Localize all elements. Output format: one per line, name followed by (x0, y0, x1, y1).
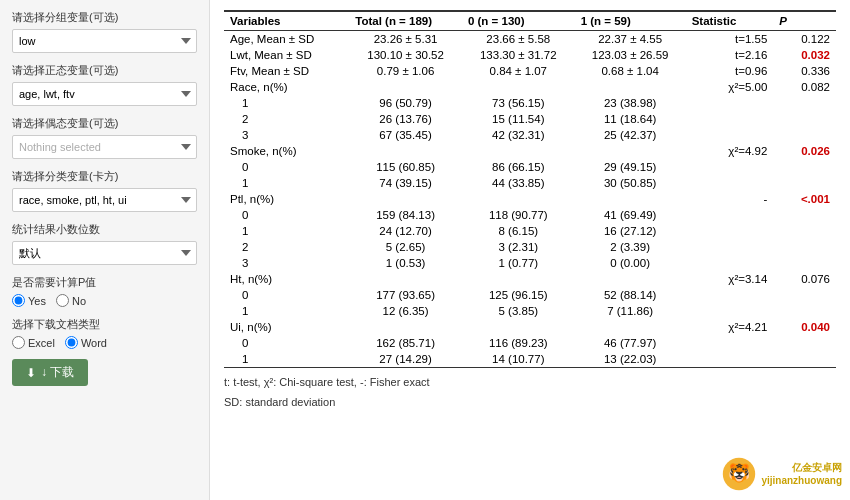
download-button[interactable]: ⬇ ↓ 下载 (12, 359, 88, 386)
table-row: Ptl, n(%)-<.001 (224, 191, 836, 207)
cell-col1: 0.68 ± 1.04 (575, 63, 686, 79)
cell-col1: 30 (50.85) (575, 175, 686, 191)
download-icon: ⬇ (26, 366, 36, 380)
cell-statistic: t=1.55 (686, 31, 774, 48)
cell-p (773, 223, 836, 239)
cell-statistic (686, 255, 774, 271)
cell-col1: 29 (49.15) (575, 159, 686, 175)
table-row: Ui, n(%)χ²=4.210.040 (224, 319, 836, 335)
word-text: Word (81, 337, 107, 349)
table-row: Ht, n(%)χ²=3.140.076 (224, 271, 836, 287)
cell-total: 130.10 ± 30.52 (349, 47, 462, 63)
cell-total: 0.79 ± 1.06 (349, 63, 462, 79)
watermark-tiger-icon: 🐯 (721, 456, 757, 492)
cell-total (349, 79, 462, 95)
nominal-var-select[interactable]: Nothing selected (12, 135, 197, 159)
cell-statistic (686, 287, 774, 303)
cell-col0: 44 (33.85) (462, 175, 575, 191)
cell-total: 96 (50.79) (349, 95, 462, 111)
decimal-select[interactable]: 默认 (12, 241, 197, 265)
pvalue-group: 是否需要计算P值 Yes No (12, 275, 197, 307)
cell-statistic: χ²=4.21 (686, 319, 774, 335)
decimal-group: 统计结果小数位数 默认 (12, 222, 197, 265)
cell-variable: 0 (224, 287, 349, 303)
nominal-var-label: 请选择偶态变量(可选) (12, 116, 197, 131)
pvalue-yes-radio[interactable] (12, 294, 25, 307)
cell-variable: 1 (224, 223, 349, 239)
cell-statistic: χ²=3.14 (686, 271, 774, 287)
table-row: Ftv, Mean ± SD0.79 ± 1.060.84 ± 1.070.68… (224, 63, 836, 79)
cell-variable: 1 (224, 303, 349, 319)
cell-total (349, 319, 462, 335)
normal-var-select[interactable]: age, lwt, ftv (12, 82, 197, 106)
pvalue-no-label[interactable]: No (56, 294, 86, 307)
cell-total: 162 (85.71) (349, 335, 462, 351)
categorical-var-select[interactable]: race, smoke, ptl, ht, ui (12, 188, 197, 212)
cell-total: 159 (84.13) (349, 207, 462, 223)
cell-p (773, 175, 836, 191)
cell-statistic: t=2.16 (686, 47, 774, 63)
cell-col0: 133.30 ± 31.72 (462, 47, 575, 63)
cell-col1: 11 (18.64) (575, 111, 686, 127)
excel-label[interactable]: Excel (12, 336, 55, 349)
header-variables: Variables (224, 11, 349, 31)
pvalue-yes-text: Yes (28, 295, 46, 307)
cell-statistic (686, 351, 774, 368)
table-row: 0177 (93.65)125 (96.15)52 (88.14) (224, 287, 836, 303)
cell-statistic (686, 335, 774, 351)
cell-col0: 8 (6.15) (462, 223, 575, 239)
excel-text: Excel (28, 337, 55, 349)
cell-p (773, 287, 836, 303)
normal-var-group: 请选择正态变量(可选) age, lwt, ftv (12, 63, 197, 106)
cell-col1 (575, 191, 686, 207)
cell-variable: Race, n(%) (224, 79, 349, 95)
download-type-group: 选择下载文档类型 Excel Word (12, 317, 197, 349)
group-var-select[interactable]: low (12, 29, 197, 53)
header-0: 0 (n = 130) (462, 11, 575, 31)
table-row: Lwt, Mean ± SD130.10 ± 30.52133.30 ± 31.… (224, 47, 836, 63)
cell-variable: Smoke, n(%) (224, 143, 349, 159)
pvalue-radio-group: Yes No (12, 294, 197, 307)
cell-col1: 23 (38.98) (575, 95, 686, 111)
cell-total: 177 (93.65) (349, 287, 462, 303)
cell-p (773, 351, 836, 368)
cell-col0 (462, 143, 575, 159)
cell-p: <.001 (773, 191, 836, 207)
cell-variable: 3 (224, 255, 349, 271)
pvalue-yes-label[interactable]: Yes (12, 294, 46, 307)
cell-statistic (686, 239, 774, 255)
cell-total (349, 271, 462, 287)
cell-col1: 25 (42.37) (575, 127, 686, 143)
cell-p: 0.122 (773, 31, 836, 48)
excel-radio[interactable] (12, 336, 25, 349)
cell-col1 (575, 143, 686, 159)
cell-p (773, 207, 836, 223)
watermark-text: 亿金安卓网yijinanzhuowang (761, 461, 842, 487)
cell-statistic (686, 127, 774, 143)
cell-variable: Age, Mean ± SD (224, 31, 349, 48)
cell-statistic (686, 95, 774, 111)
header-statistic: Statistic (686, 11, 774, 31)
table-row: 226 (13.76)15 (11.54)11 (18.64) (224, 111, 836, 127)
cell-col1: 123.03 ± 26.59 (575, 47, 686, 63)
word-radio[interactable] (65, 336, 78, 349)
cell-p: 0.336 (773, 63, 836, 79)
download-type-radio-group: Excel Word (12, 336, 197, 349)
table-row: 124 (12.70)8 (6.15)16 (27.12) (224, 223, 836, 239)
cell-total: 12 (6.35) (349, 303, 462, 319)
table-row: 174 (39.15)44 (33.85)30 (50.85) (224, 175, 836, 191)
watermark: 🐯 亿金安卓网yijinanzhuowang (721, 456, 842, 492)
pvalue-no-radio[interactable] (56, 294, 69, 307)
right-panel: Variables Total (n = 189) 0 (n = 130) 1 … (210, 0, 850, 500)
table-row: 31 (0.53)1 (0.77)0 (0.00) (224, 255, 836, 271)
cell-total: 1 (0.53) (349, 255, 462, 271)
cell-variable: 2 (224, 111, 349, 127)
cell-variable: Lwt, Mean ± SD (224, 47, 349, 63)
cell-col1: 41 (69.49) (575, 207, 686, 223)
cell-col0: 1 (0.77) (462, 255, 575, 271)
cell-statistic (686, 223, 774, 239)
cell-p: 0.076 (773, 271, 836, 287)
header-p: P (773, 11, 836, 31)
word-label[interactable]: Word (65, 336, 107, 349)
cell-col0: 125 (96.15) (462, 287, 575, 303)
